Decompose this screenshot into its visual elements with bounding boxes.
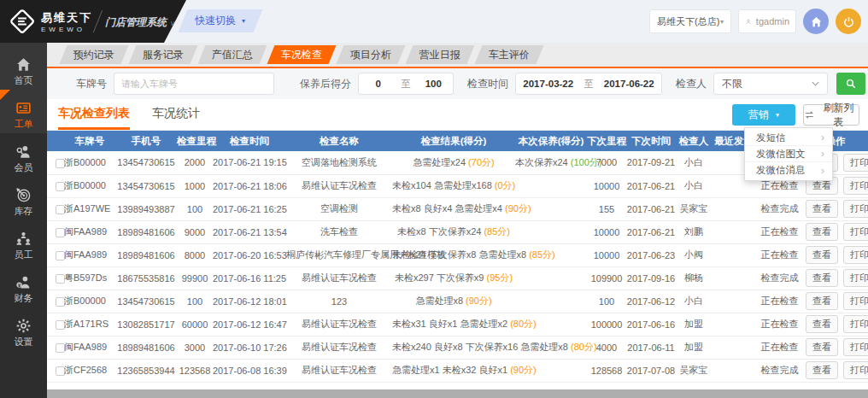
time-from-value[interactable]: 2017-03-22: [516, 79, 581, 89]
cell-checkbox: [47, 266, 64, 290]
search-button[interactable]: [836, 73, 865, 95]
col-header-5: 检查结果(得分): [392, 131, 515, 151]
brand-logo-icon: [9, 9, 35, 34]
nav-tab[interactable]: 车主评价: [475, 45, 544, 64]
inspector-select[interactable]: 不限: [713, 73, 828, 95]
chevron-down-icon: [812, 81, 819, 86]
result-score: (90分): [505, 203, 531, 214]
cell-plate: 粤B597Ds: [64, 266, 115, 290]
time-range-box[interactable]: 2017-03-22 至 2017-06-22: [515, 73, 662, 95]
list-tab[interactable]: 车况统计: [152, 99, 200, 130]
cell-next-mileage: 155: [587, 197, 626, 220]
cell-check-name: 123: [286, 290, 392, 313]
cell-mileage: 100: [177, 197, 213, 220]
nav-tab[interactable]: 车况检查: [267, 45, 337, 64]
staff-icon: [15, 231, 32, 247]
plate-input[interactable]: [114, 73, 274, 95]
view-button[interactable]: 查看: [806, 200, 838, 218]
cell-mileage: 8000: [177, 243, 213, 266]
print-button[interactable]: 打印: [843, 246, 868, 264]
nav-tab[interactable]: 营业日报: [406, 45, 475, 64]
app-root: 易维天下 EWEWO 门店管理系统 V3.0 快速切换 ▾ 易维天下(总店) ▾…: [0, 0, 868, 398]
print-button[interactable]: 打印: [843, 338, 868, 356]
cell-inspector: 小阀: [676, 243, 712, 266]
module-tab-bar: 预约记录服务记录产值汇总车况检查项目分析营业日报车主评价: [47, 43, 868, 68]
print-button[interactable]: 打印: [843, 292, 868, 310]
cell-plate: 闽FAA989: [64, 220, 115, 243]
home-icon: [15, 56, 32, 73]
print-button[interactable]: 打印: [843, 223, 868, 241]
marketing-menu-item[interactable]: 发短信›: [745, 130, 832, 146]
nav-tab-label: 车况检查: [281, 48, 322, 62]
nav-tab[interactable]: 项目分析: [337, 45, 406, 64]
cell-last-sent: [712, 336, 756, 359]
horizontal-scrollbar[interactable]: [47, 389, 868, 398]
brand-name-en: EWEWO: [41, 26, 92, 33]
marketing-menu-item[interactable]: 发微信消息›: [745, 162, 832, 179]
marketing-menu-item[interactable]: 发微信图文›: [745, 146, 832, 162]
sidebar-item-staff[interactable]: 员工: [0, 224, 47, 267]
view-button[interactable]: 查看: [806, 269, 838, 287]
view-button[interactable]: 查看: [806, 223, 838, 241]
score-range-box[interactable]: 0 至 100: [358, 73, 454, 95]
print-button[interactable]: 打印: [843, 154, 868, 172]
view-button[interactable]: 查看: [806, 292, 838, 310]
view-button[interactable]: 查看: [806, 361, 838, 379]
sidebar-item-member[interactable]: 会员: [0, 137, 47, 180]
nav-tab-label: 产值汇总: [212, 48, 253, 62]
print-button[interactable]: 打印: [843, 269, 868, 287]
power-icon: [842, 15, 855, 28]
user-box[interactable]: tgadmin: [738, 9, 796, 33]
cell-phone: 12365853944: [115, 359, 177, 382]
cell-status: 正在检查: [756, 220, 803, 243]
header-right: 易维天下(总店) ▾ tgadmin: [649, 9, 861, 34]
search-icon: [845, 78, 857, 90]
refresh-list-button[interactable]: 刷新列表: [803, 104, 859, 126]
cell-next-time: 2017-06-16: [626, 313, 676, 336]
sidebar-item-finance[interactable]: ¥财务: [0, 267, 47, 311]
nav-tab[interactable]: 产值汇总: [198, 45, 267, 64]
home-button[interactable]: [803, 9, 829, 34]
logout-button[interactable]: [836, 9, 861, 34]
view-button[interactable]: 查看: [806, 315, 838, 333]
cell-inspector: 吴家宝: [676, 197, 712, 220]
panel-actions: 营销 ▾ 刷新列表: [732, 104, 859, 126]
nav-tab[interactable]: 服务记录: [129, 45, 198, 64]
cell-plate: 浙A197WE: [64, 197, 115, 220]
list-tab[interactable]: 车况检查列表: [58, 99, 130, 130]
sidebar-item-inventory[interactable]: 库存: [0, 180, 47, 224]
cell-next-time: 2017-09-16: [626, 266, 676, 290]
marketing-button-label: 营销: [748, 108, 769, 122]
col-header-7: 下次里程: [587, 131, 626, 151]
cell-operations: 查看打印: [803, 197, 868, 220]
col-header-3: 检查时间: [213, 131, 286, 151]
cell-check-name: 桐庐传彬汽车修理厂专属用户检查模板: [286, 243, 392, 266]
cell-result: 未检x24 下次保养x8 急需处理x8 (85分): [392, 243, 515, 266]
sidebar-item-home[interactable]: 首页: [0, 50, 47, 93]
sidebar-item-settings[interactable]: 设置: [0, 311, 47, 354]
quick-switch-button[interactable]: 快速切换 ▾: [179, 9, 263, 32]
cell-mileage: 123568: [177, 359, 213, 382]
nav-tab[interactable]: 预约记录: [60, 45, 129, 64]
result-score: (95分): [487, 272, 513, 283]
print-button[interactable]: 打印: [843, 200, 868, 218]
cell-next-mileage: 10000: [587, 174, 626, 197]
cell-phone: 13082851717: [115, 313, 177, 336]
store-select[interactable]: 易维天下(总店) ▾: [649, 9, 731, 33]
sidebar-item-label: 财务: [15, 292, 33, 305]
print-button[interactable]: 打印: [843, 315, 868, 333]
marketing-button[interactable]: 营销 ▾: [732, 104, 795, 126]
print-button[interactable]: 打印: [843, 361, 868, 379]
cell-last-sent: [712, 220, 756, 243]
cell-check-name: 易维认证车况检查: [286, 313, 392, 336]
score-min-value[interactable]: 0: [359, 79, 398, 89]
cell-plate: 浙B00000: [64, 174, 115, 197]
time-to-value[interactable]: 2017-06-22: [597, 79, 662, 89]
brand-divider: [93, 10, 103, 32]
result-score: (0分): [495, 180, 515, 190]
view-button[interactable]: 查看: [806, 246, 838, 264]
cell-check-name: 易维认证车况检查: [286, 174, 392, 197]
print-button[interactable]: 打印: [843, 177, 868, 195]
view-button[interactable]: 查看: [806, 338, 838, 356]
score-max-value[interactable]: 100: [414, 79, 454, 89]
